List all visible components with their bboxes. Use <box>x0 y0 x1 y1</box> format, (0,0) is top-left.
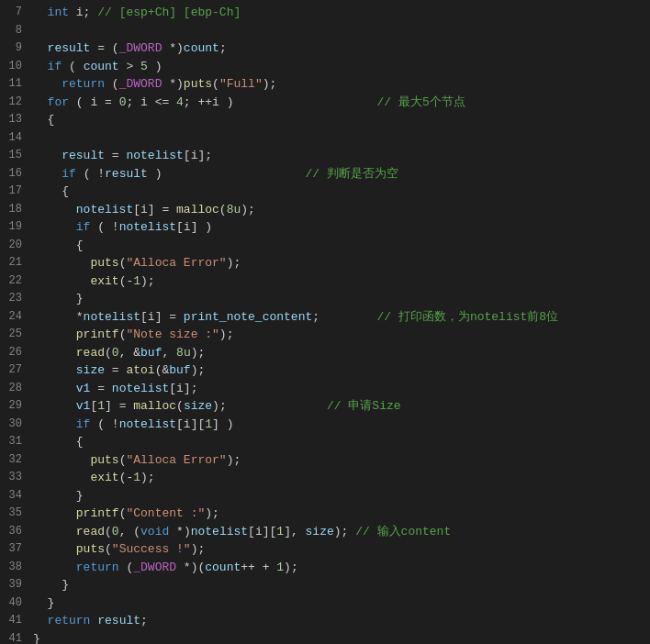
token-var: size <box>306 525 334 539</box>
line-number: 36 <box>0 523 22 541</box>
token-num: 0 <box>112 525 119 539</box>
token-plain: ; <box>312 310 376 324</box>
token-plain <box>33 525 76 539</box>
token-plain: ; ++i ) <box>184 95 377 109</box>
code-line: } <box>33 576 650 594</box>
token-fn: printf <box>76 506 119 520</box>
code-line: result = (_DWORD *)count; <box>33 39 650 58</box>
line-number: 12 <box>0 94 22 112</box>
code-line: puts("Alloca Error"); <box>33 451 650 470</box>
token-comment: // 申请Size <box>327 399 401 413</box>
token-plain <box>33 614 48 627</box>
line-number: 24 <box>0 308 22 327</box>
token-fn: puts <box>76 542 105 556</box>
token-plain: ); <box>140 471 155 484</box>
token-plain <box>33 363 76 377</box>
token-plain: ; i <= <box>126 95 176 109</box>
token-plain: ); <box>191 346 206 360</box>
code-line: if ( count > 5 ) <box>33 58 650 76</box>
token-plain: [i] ) <box>176 220 212 234</box>
token-fn: atoi <box>126 363 154 377</box>
token-plain: ); <box>284 561 298 574</box>
token-plain: *) <box>162 41 183 55</box>
line-number: 32 <box>0 451 22 470</box>
token-str: "Alloca Error" <box>126 256 226 270</box>
token-plain <box>33 77 62 91</box>
line-number: 8 <box>0 22 22 40</box>
token-plain <box>33 256 90 270</box>
token-plain <box>33 203 76 217</box>
token-plain: [i] = <box>140 310 184 324</box>
code-line: { <box>33 183 650 201</box>
token-plain: ; <box>219 41 227 55</box>
line-number: 25 <box>0 326 22 344</box>
token-fn: read <box>76 346 105 360</box>
token-num: 1 <box>276 525 284 539</box>
token-plain: } <box>33 632 40 645</box>
token-var: count <box>205 561 241 574</box>
token-plain: ( ! <box>90 417 118 431</box>
token-plain: ( <box>105 525 112 539</box>
token-var: result <box>105 167 148 181</box>
token-plain: { <box>33 184 69 198</box>
token-var: notelist <box>84 310 140 324</box>
line-number: 19 <box>0 218 22 237</box>
line-number: 14 <box>0 129 22 148</box>
token-plain: [i][ <box>248 525 276 539</box>
token-plain: ) <box>148 167 306 181</box>
token-num: 8u <box>227 203 241 217</box>
line-number: 34 <box>0 487 22 505</box>
line-number: 13 <box>0 111 22 129</box>
token-plain: } <box>33 489 84 503</box>
token-fn: puts <box>90 453 118 467</box>
token-num: 1 <box>133 471 140 484</box>
code-line: { <box>33 433 650 451</box>
line-number: 31 <box>0 433 22 451</box>
token-var: notelist <box>191 525 248 539</box>
token-plain <box>33 41 48 55</box>
token-str: "Content :" <box>126 506 205 520</box>
token-plain: ] ) <box>212 417 233 431</box>
code-line: puts("Alloca Error"); <box>33 254 650 272</box>
token-plain: { <box>33 435 84 449</box>
token-plain <box>33 506 76 520</box>
token-var: count <box>84 60 119 73</box>
token-var: size <box>184 399 212 413</box>
code-line: if ( !notelist[i] ) <box>33 218 650 237</box>
token-plain: ) <box>148 60 162 73</box>
token-plain <box>33 149 62 162</box>
token-plain: ); <box>227 256 241 270</box>
token-plain <box>33 346 76 360</box>
token-plain: ); <box>205 506 219 520</box>
code-line: return result; <box>33 612 650 630</box>
token-plain: = ( <box>90 41 118 55</box>
token-comment: // 打印函数，为notelist前8位 <box>377 310 559 324</box>
token-plain <box>33 328 76 341</box>
token-plain: [i]; <box>169 382 197 395</box>
token-num: 5 <box>140 60 148 73</box>
token-num: 0 <box>112 346 119 360</box>
token-str: "Alloca Error" <box>126 453 226 467</box>
line-number: 22 <box>0 272 22 291</box>
code-line: read(0, (void *)notelist[i][1], size); /… <box>33 523 650 541</box>
code-line: { <box>33 111 650 129</box>
line-number: 33 <box>0 469 22 487</box>
token-plain <box>33 95 48 109</box>
token-plain: = <box>105 149 126 162</box>
line-number: 10 <box>0 58 22 76</box>
token-num: 1 <box>276 561 284 574</box>
token-plain: ++ + <box>241 561 276 574</box>
token-fn: exit <box>90 471 118 484</box>
token-var: buf <box>169 363 190 377</box>
token-plain: ], <box>284 525 305 539</box>
token-kw: return <box>62 77 105 91</box>
token-kw: if <box>76 417 91 431</box>
line-number: 41 <box>0 630 22 645</box>
token-plain: i; <box>69 6 97 19</box>
token-kw: void <box>140 525 169 539</box>
code-editor: 7891011121314151617181920212223242526272… <box>0 0 650 644</box>
code-line: return (_DWORD *)(count++ + 1); <box>33 559 650 577</box>
token-plain: ( ! <box>90 220 118 234</box>
token-plain: ; <box>140 614 148 627</box>
code-line: int i; // [esp+Ch] [ebp-Ch] <box>33 4 650 22</box>
